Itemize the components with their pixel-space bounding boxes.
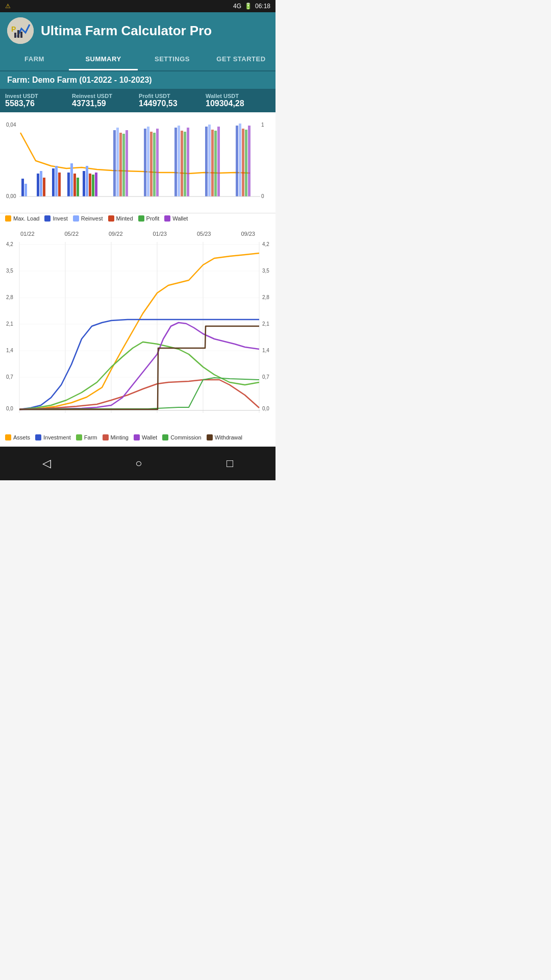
- svg-rect-35: [156, 129, 159, 197]
- bar-chart-container: 0,04 0,00 1 0: [0, 112, 276, 213]
- status-bar: ⚠ 4G 🔋 06:18: [0, 0, 276, 12]
- svg-rect-49: [245, 130, 247, 197]
- stat-profit: Profit USDT 144970,53: [139, 93, 204, 108]
- svg-rect-27: [116, 128, 119, 197]
- svg-rect-4: [20, 32, 22, 38]
- tab-farm[interactable]: FARM: [0, 49, 69, 70]
- svg-rect-47: [239, 124, 241, 197]
- svg-text:0,0: 0,0: [262, 406, 269, 411]
- svg-rect-32: [147, 127, 149, 197]
- app-header: P Ultima Farm Calculator Pro: [0, 12, 276, 49]
- svg-rect-25: [95, 173, 97, 197]
- svg-rect-33: [150, 132, 153, 197]
- stats-row: Invest USDT 5583,76 Reinvest USDT 43731,…: [0, 89, 276, 112]
- svg-text:1,4: 1,4: [262, 348, 269, 353]
- nav-home-button[interactable]: ○: [125, 453, 152, 474]
- svg-text:0,0: 0,0: [6, 406, 13, 411]
- bottom-nav: ◁ ○ □: [0, 447, 276, 480]
- tab-get-started[interactable]: GET STARTED: [207, 49, 276, 70]
- svg-rect-11: [37, 174, 39, 197]
- svg-rect-18: [70, 163, 73, 197]
- svg-rect-43: [211, 130, 214, 197]
- tab-bar: FARM SUMMARY SETTINGS GET STARTED: [0, 49, 276, 71]
- svg-rect-23: [89, 174, 91, 197]
- svg-rect-29: [122, 134, 125, 197]
- nav-back-button[interactable]: ◁: [32, 453, 61, 474]
- stat-invest-value: 5583,76: [5, 99, 70, 108]
- nav-recent-button[interactable]: □: [216, 453, 243, 474]
- chart2-legend: Assets Investment Farm Minting Wallet Co…: [0, 432, 276, 447]
- svg-rect-12: [40, 171, 42, 197]
- stat-wallet-label: Wallet USDT: [206, 93, 270, 99]
- svg-text:3,5: 3,5: [262, 268, 269, 274]
- legend-farm: Farm: [76, 434, 97, 440]
- svg-rect-15: [55, 166, 58, 197]
- stat-invest-label: Invest USDT: [5, 93, 70, 99]
- stat-wallet-value: 109304,28: [206, 99, 270, 108]
- legend-maxload: Max. Load: [5, 215, 39, 222]
- svg-rect-2: [14, 33, 16, 38]
- stat-reinvest: Reinvest USDT 43731,59: [72, 93, 137, 108]
- network-indicator: 4G: [233, 3, 241, 10]
- legend-invest: Invest: [44, 215, 67, 222]
- bar-chart: 0,04 0,00 1 0: [5, 117, 270, 209]
- app-logo: P: [7, 17, 34, 44]
- svg-rect-41: [205, 127, 208, 197]
- svg-rect-3: [17, 30, 19, 38]
- svg-rect-20: [77, 178, 79, 197]
- svg-rect-31: [144, 129, 146, 197]
- stat-profit-label: Profit USDT: [139, 93, 204, 99]
- svg-text:0,7: 0,7: [262, 374, 269, 380]
- legend-withdrawal: Withdrawal: [207, 434, 242, 440]
- x-label-5: 09/23: [241, 231, 255, 237]
- svg-rect-50: [248, 126, 251, 197]
- svg-rect-38: [181, 131, 183, 197]
- x-label-1: 05/22: [64, 231, 79, 237]
- svg-rect-16: [58, 173, 61, 197]
- svg-text:1,4: 1,4: [6, 348, 13, 353]
- x-axis-labels: 01/22 05/22 09/22 01/23 05/23 09/23: [5, 231, 270, 237]
- svg-rect-39: [184, 132, 186, 197]
- svg-rect-45: [217, 127, 220, 197]
- svg-text:1: 1: [261, 122, 264, 128]
- svg-rect-42: [208, 125, 211, 197]
- svg-text:0,04: 0,04: [6, 122, 16, 128]
- stat-reinvest-value: 43731,59: [72, 99, 137, 108]
- svg-rect-26: [113, 130, 116, 197]
- svg-rect-17: [67, 173, 70, 197]
- svg-rect-22: [86, 166, 88, 197]
- x-label-3: 01/23: [153, 231, 167, 237]
- svg-rect-13: [43, 178, 45, 197]
- svg-text:0,7: 0,7: [6, 374, 13, 380]
- svg-rect-14: [52, 168, 55, 197]
- svg-rect-28: [119, 133, 122, 197]
- svg-text:2,8: 2,8: [6, 295, 13, 300]
- svg-rect-48: [242, 129, 244, 197]
- legend-wallet-line: Wallet: [134, 434, 157, 440]
- svg-rect-9: [21, 179, 24, 197]
- svg-text:2,1: 2,1: [262, 321, 269, 327]
- tab-settings[interactable]: SETTINGS: [138, 49, 207, 70]
- svg-text:3,5: 3,5: [6, 268, 13, 274]
- svg-text:4,2: 4,2: [262, 241, 269, 247]
- tab-summary[interactable]: SUMMARY: [69, 49, 138, 70]
- svg-rect-19: [73, 174, 76, 197]
- legend-assets: Assets: [5, 434, 30, 440]
- legend-minting: Minting: [103, 434, 129, 440]
- svg-rect-10: [24, 184, 27, 197]
- legend-investment: Investment: [35, 434, 71, 440]
- line-chart-section: 01/22 05/22 09/22 01/23 05/23 09/23 4,2 …: [0, 226, 276, 432]
- svg-text:2,1: 2,1: [6, 321, 13, 327]
- app-title: Ultima Farm Calculator Pro: [41, 23, 212, 39]
- svg-text:0,00: 0,00: [6, 193, 16, 199]
- stat-wallet: Wallet USDT 109304,28: [206, 93, 270, 108]
- x-label-0: 01/22: [20, 231, 35, 237]
- farm-info-bar: Farm: Demo Farm (01-2022 - 10-2023): [0, 71, 276, 89]
- svg-rect-30: [126, 130, 128, 197]
- line-chart: 4,2 3,5 2,8 2,1 1,4 0,7 0,0 4,2 3,5 2,8 …: [5, 237, 270, 431]
- legend-wallet: Wallet: [164, 215, 188, 222]
- battery-icon: 🔋: [244, 3, 252, 10]
- legend-minted: Minted: [108, 215, 133, 222]
- legend-commission: Commission: [162, 434, 202, 440]
- svg-text:P: P: [11, 25, 16, 33]
